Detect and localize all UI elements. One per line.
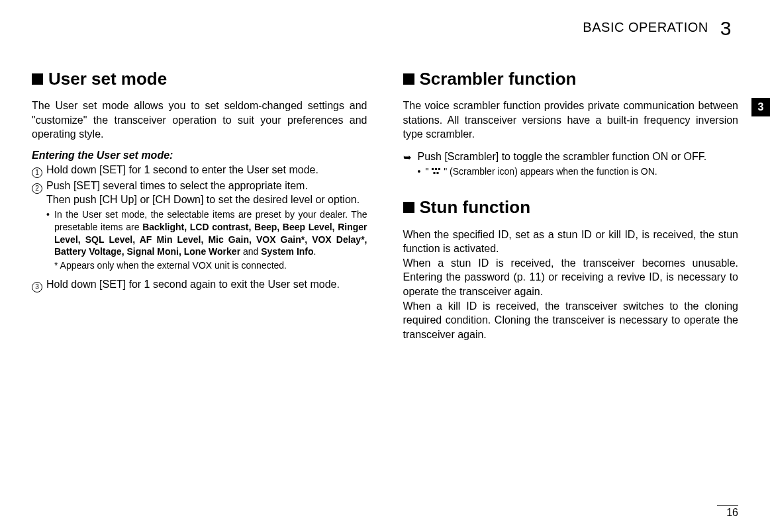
scrambler-intro: The voice scrambler function provides pr… (403, 99, 739, 142)
step-text: Push [Scrambler] to toggle the scrambler… (418, 150, 739, 164)
svg-rect-2 (438, 168, 440, 170)
square-bullet-icon (403, 202, 414, 213)
sub-note-text: In the User set mode, the selectable ite… (54, 208, 367, 259)
stun-p3: When a kill ID is received, the transcei… (403, 299, 739, 342)
heading-scrambler: Scrambler function (403, 69, 739, 89)
heading-user-set-mode: User set mode (32, 69, 367, 89)
arrow-icon: ➥ (403, 152, 412, 163)
page-header: BASIC OPERATION 3 (32, 17, 738, 37)
step-text: Hold down [SET] for 1 second again to ex… (46, 277, 367, 292)
heading-stun: Stun function (403, 197, 739, 218)
scrambler-note: • " " (Scrambler icon) appears when the … (418, 165, 739, 178)
left-column: User set mode The User set mode allows y… (32, 69, 367, 349)
subheading-entering: Entering the User set mode: (32, 150, 367, 161)
stun-section: Stun function When the specified ID, set… (403, 197, 739, 341)
section-tab: 3 (751, 98, 770, 116)
footer-rule (717, 505, 738, 506)
right-column: Scrambler function The voice scrambler f… (403, 69, 739, 349)
page-number: 16 (717, 507, 738, 519)
note-bold-last: System Info (261, 246, 313, 257)
page: BASIC OPERATION 3 3 User set mode The Us… (0, 0, 770, 532)
circled-number-icon: 1 (32, 167, 42, 178)
step-marker: 3 (32, 277, 46, 292)
heading-text: Scrambler function (420, 69, 577, 89)
note-and: and (240, 246, 261, 257)
circled-number-icon: 3 (32, 282, 42, 292)
heading-text: Stun function (420, 197, 531, 217)
sub-note-2: * Appears only when the external VOX uni… (54, 259, 367, 272)
heading-text: User set mode (48, 69, 167, 89)
intro-paragraph: The User set mode allows you to set seld… (32, 99, 367, 142)
bullet-icon: • (418, 165, 426, 178)
step-1: 1 Hold down [SET] for 1 second to enter … (32, 163, 367, 177)
step-text-line1: Push [SET] several times to select the a… (46, 180, 308, 191)
svg-rect-3 (434, 172, 436, 174)
step-marker: 2 (32, 179, 46, 193)
step-2: 2 Push [SET] several times to select the… (32, 179, 367, 207)
sub-note-text: " " (Scrambler icon) appears when the fu… (426, 165, 739, 178)
circled-number-icon: 2 (32, 183, 42, 194)
svg-rect-4 (437, 172, 439, 174)
sub-note-1: • In the User set mode, the selectable i… (46, 208, 367, 259)
step-text-line2: Then push [CH Up] or [CH Down] to set th… (46, 194, 360, 205)
section-tab-number: 3 (758, 101, 764, 113)
bullet-icon: • (46, 208, 54, 259)
step-text: Push [SET] several times to select the a… (46, 179, 367, 207)
header-chapter-number: 3 (720, 19, 732, 38)
scrambler-icon (432, 167, 440, 175)
note-period: . (314, 246, 316, 257)
step-text: Hold down [SET] for 1 second to enter th… (46, 163, 367, 177)
stun-p2: When a stun ID is received, the transcei… (403, 256, 739, 299)
step-marker: 1 (32, 163, 46, 177)
step-3: 3 Hold down [SET] for 1 second again to … (32, 277, 367, 292)
page-footer: 16 (717, 505, 738, 519)
note-quote-open: " (426, 166, 432, 177)
content-columns: User set mode The User set mode allows y… (32, 69, 738, 349)
square-bullet-icon (32, 73, 43, 85)
square-bullet-icon (403, 73, 414, 85)
stun-p1: When the specified ID, set as a stun ID … (403, 228, 739, 256)
header-title: BASIC OPERATION (583, 20, 708, 35)
note-quote-close: " (Scrambler icon) appears when the func… (441, 166, 657, 177)
scrambler-step: ➥ Push [Scrambler] to toggle the scrambl… (403, 150, 739, 164)
step-marker: ➥ (403, 150, 418, 164)
svg-rect-1 (435, 168, 437, 170)
svg-rect-0 (432, 168, 434, 170)
